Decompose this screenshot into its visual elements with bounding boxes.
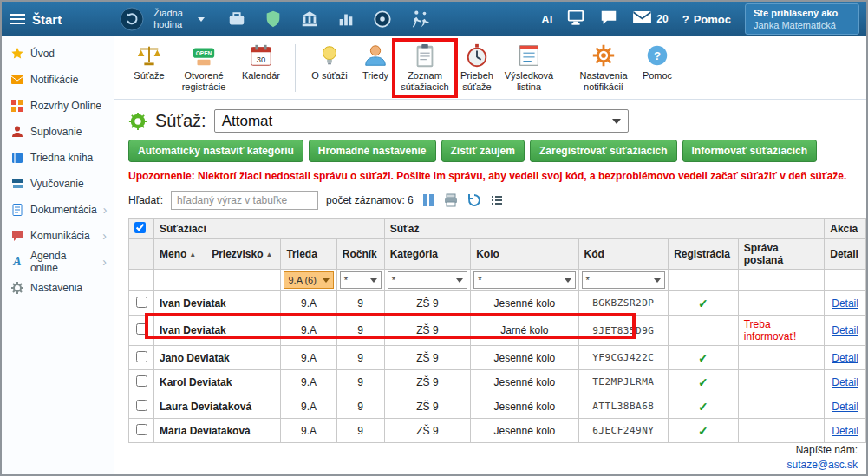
toolbar-item-triedy[interactable]: Triedy: [355, 41, 396, 83]
select-all-cell: [129, 219, 154, 239]
ai-button[interactable]: AI: [541, 13, 552, 26]
detail-link[interactable]: Detail: [832, 297, 858, 310]
cell-kategoria: ZŠ 9: [384, 370, 471, 394]
cell-detail: Detail: [825, 419, 866, 443]
detail-link[interactable]: Detail: [832, 425, 858, 437]
toolbar-item-label: O súťaži: [311, 70, 347, 82]
competition-row: Súťaž: Attomat: [114, 100, 866, 140]
bar-chart-icon[interactable]: [336, 10, 356, 29]
register-competitors-button[interactable]: Zaregistrovať súťažiacich: [530, 140, 677, 162]
toolbar-item-otvorene-registracie[interactable]: OPEN Otvorené registrácie: [172, 41, 236, 94]
row-checkbox[interactable]: [136, 375, 147, 387]
sidebar-item-triedna-kniha[interactable]: Triedna kniha: [2, 145, 114, 171]
start-button[interactable]: Štart: [32, 12, 62, 27]
select-all-checkbox[interactable]: [134, 222, 146, 233]
header-priezvisko[interactable]: Priezvisko▲: [206, 239, 281, 270]
status-circle-icon[interactable]: [119, 6, 145, 32]
sidebar-item-vyucovanie[interactable]: Vyučovanie: [2, 171, 114, 197]
sidebar-item-rozvrhy[interactable]: Rozvrhy Online: [2, 93, 114, 119]
sidebar-item-nastavenia[interactable]: Nastavenia: [2, 275, 114, 301]
toolbar-item-zoznam-sutaziacich[interactable]: Zoznam súťažiacich: [396, 41, 454, 94]
print-icon[interactable]: [443, 192, 459, 208]
sidebar-item-komunikacia[interactable]: Komunikácia ›: [2, 223, 114, 249]
cell-kategoria: ZŠ 9: [384, 419, 471, 443]
detail-link[interactable]: Detail: [832, 352, 858, 364]
toolbar-item-pomoc[interactable]: ? Pomoc: [636, 41, 679, 83]
sidebar-item-suplovanie[interactable]: Suplovanie: [2, 119, 114, 145]
detail-link[interactable]: Detail: [832, 324, 858, 336]
inform-competitors-button[interactable]: Informovať súťažiacich: [682, 140, 818, 162]
chat-bubble-icon[interactable]: [599, 8, 618, 30]
header-meno[interactable]: Meno▲: [154, 239, 206, 270]
help-button[interactable]: ? Pomoc: [682, 13, 731, 26]
kod-filter-select[interactable]: *: [582, 271, 666, 289]
cell-kod: 9JET835D9G: [578, 316, 669, 346]
question-icon: ?: [644, 42, 670, 68]
detail-link[interactable]: Detail: [832, 401, 858, 413]
header-trieda[interactable]: Trieda: [281, 239, 336, 270]
cell-kategoria: ZŠ 9: [384, 291, 471, 316]
record-circle-icon[interactable]: [373, 10, 392, 29]
contact-email-link[interactable]: sutaze@asc.sk: [786, 459, 858, 471]
cell-kolo: Jesenné kolo: [471, 291, 578, 316]
user-panel[interactable]: Ste prihlásený ako Janka Matematická: [745, 3, 859, 36]
registration-check: ✓: [669, 394, 739, 419]
trieda-filter-select[interactable]: 9.A (6): [284, 271, 333, 289]
list-view-icon[interactable]: [490, 193, 504, 207]
cell-trieda: 9.A: [281, 291, 336, 316]
briefcase-icon[interactable]: [227, 10, 246, 29]
cell-trieda: 9.A: [281, 394, 336, 419]
sidebar-item-agenda-online[interactable]: A Agenda online ›: [2, 249, 114, 275]
header-sprava[interactable]: Správa poslaná: [738, 239, 825, 270]
row-checkbox[interactable]: [136, 297, 147, 308]
cell-checkbox: [129, 370, 154, 394]
cell-filter-trieda: 9.A (6): [281, 270, 336, 291]
sidebar-item-uvod[interactable]: Úvod: [2, 41, 114, 67]
menu-icon[interactable]: [10, 14, 25, 24]
cell-filter-kod: *: [578, 270, 669, 291]
competition-select[interactable]: Attomat: [214, 109, 629, 133]
toolbar-item-vysledkova-listina[interactable]: Výsledková listina: [500, 41, 558, 94]
header-kolo[interactable]: Kolo: [471, 239, 578, 270]
filter-value: *: [344, 275, 348, 285]
runner-icon[interactable]: [409, 10, 430, 29]
toolbar-item-priebeh-sutaze[interactable]: Priebeh súťaže: [454, 41, 500, 94]
toolbar-item-sutaze[interactable]: Súťaže: [127, 41, 172, 83]
shield-icon[interactable]: [264, 10, 283, 29]
row-checkbox[interactable]: [136, 424, 147, 435]
refresh-icon[interactable]: [467, 192, 482, 208]
row-checkbox[interactable]: [136, 323, 147, 335]
search-input[interactable]: [171, 191, 318, 210]
toolbar-item-o-sutazi[interactable]: O súťaži: [304, 41, 355, 83]
bank-icon[interactable]: [300, 10, 319, 29]
registration-check: ✓: [669, 370, 739, 394]
header-kod[interactable]: Kód: [578, 239, 669, 270]
mail-count-badge: 20: [656, 13, 668, 25]
sidebar-item-notifikacie[interactable]: Notifikácie: [2, 67, 114, 93]
kategoria-filter-select[interactable]: *: [388, 271, 468, 289]
header-rocnik[interactable]: Ročník: [336, 239, 384, 270]
toolbar-item-kalendar[interactable]: 30 Kalendár: [236, 41, 286, 83]
bulb-icon: [317, 42, 343, 68]
row-checkbox[interactable]: [136, 400, 147, 411]
columns-icon[interactable]: [421, 193, 435, 207]
filter-spacer: [154, 270, 206, 291]
check-interest-button[interactable]: Zistiť záujem: [441, 140, 525, 162]
toolbar-item-nastavenia-notifikacii[interactable]: Nastavenia notifikácií: [571, 41, 636, 94]
group-header-competition: Súťaž: [384, 219, 825, 239]
cell-kolo: Jesenné kolo: [471, 370, 578, 394]
monitor-icon[interactable]: [566, 8, 585, 30]
mail-button[interactable]: 20: [632, 10, 668, 29]
header-detail[interactable]: Detail: [825, 239, 866, 270]
sidebar-item-dokumentacia[interactable]: Dokumentácia ›: [2, 197, 114, 223]
bulk-settings-button[interactable]: Hromadné nastavenie: [309, 140, 436, 162]
kolo-filter-select[interactable]: *: [473, 271, 575, 289]
auto-category-button[interactable]: Automaticky nastaviť kategóriu: [128, 140, 303, 162]
header-registracia[interactable]: Registrácia: [669, 239, 739, 270]
header-kategoria[interactable]: Kategória: [384, 239, 471, 270]
row-checkbox[interactable]: [136, 351, 147, 362]
detail-link[interactable]: Detail: [832, 376, 858, 388]
rocnik-filter-select[interactable]: *: [340, 271, 382, 289]
envelope-icon: [632, 10, 652, 29]
lesson-status-dropdown[interactable]: Žiadna hodina: [153, 8, 205, 29]
